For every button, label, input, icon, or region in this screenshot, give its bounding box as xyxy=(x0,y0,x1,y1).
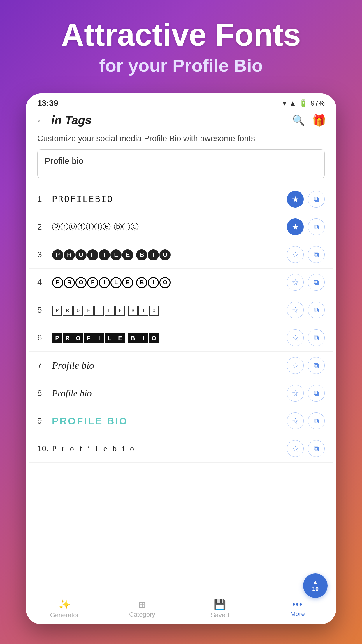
app-bar: ← in Tags 🔍 🎁 xyxy=(26,111,336,130)
copy-button[interactable]: ⧉ xyxy=(308,357,325,374)
nav-label-saved: Saved xyxy=(211,611,229,619)
font-item: 5. PROFILE BIO ☆ ⧉ xyxy=(29,296,333,324)
font-number: 1. xyxy=(37,195,52,204)
star-button[interactable]: ★ xyxy=(287,191,304,208)
signal-icon: ▲ xyxy=(289,99,296,107)
font-item: 6. PROFILE BIO ☆ ⧉ xyxy=(29,324,333,352)
font-number: 6. xyxy=(37,333,52,342)
star-button[interactable]: ☆ xyxy=(287,274,304,291)
nav-item-saved[interactable]: 💾 Saved xyxy=(181,598,259,619)
scroll-top-label: 10 xyxy=(312,586,319,592)
hero-title-line2: for your Profile Bio xyxy=(0,55,362,76)
font-actions: ★ ⧉ xyxy=(287,218,325,235)
copy-button[interactable]: ⧉ xyxy=(308,274,325,291)
font-actions: ☆ ⧉ xyxy=(287,274,325,291)
font-preview: PROFILE BIO xyxy=(52,276,287,288)
category-icon: ⊞ xyxy=(138,599,146,610)
font-preview: PROFILE BIO xyxy=(52,249,287,260)
star-button[interactable]: ☆ xyxy=(287,302,304,318)
font-number: 3. xyxy=(37,250,52,259)
font-preview: PROFILE BIO xyxy=(52,304,287,316)
font-number: 10. xyxy=(37,444,52,453)
font-actions: ☆ ⧉ xyxy=(287,357,325,374)
font-actions: ★ ⧉ xyxy=(287,191,325,208)
status-time: 13:39 xyxy=(37,99,58,108)
font-preview: PROFILE BIO xyxy=(52,415,287,427)
copy-button[interactable]: ⧉ xyxy=(308,302,325,318)
font-item: 8. Profile bio ☆ ⧉ xyxy=(29,379,333,407)
font-number: 9. xyxy=(37,416,52,426)
font-number: 2. xyxy=(37,222,52,232)
search-button[interactable]: 🔍 xyxy=(292,114,305,127)
bio-input[interactable]: Profile bio xyxy=(37,149,325,178)
star-button[interactable]: ★ xyxy=(287,218,304,235)
font-list: 1. 𝙿𝚁𝙾𝙵𝙸𝙻𝙴𝙱𝙸𝙾 ★ ⧉ 2. ⓟⓡⓞⓕⓘⓛⓔ ⓑⓘⓞ ★ ⧉ 3. … xyxy=(26,186,336,594)
copy-button[interactable]: ⧉ xyxy=(308,218,325,235)
font-preview: Profile bio xyxy=(52,388,287,399)
copy-button[interactable]: ⧉ xyxy=(308,412,325,429)
nav-item-category[interactable]: ⊞ Category xyxy=(103,599,181,618)
copy-button[interactable]: ⧉ xyxy=(308,385,325,402)
app-bar-left: ← in Tags xyxy=(36,114,92,127)
copy-button[interactable]: ⧉ xyxy=(308,191,325,208)
status-icons: ▾ ▲ 🔋 97% xyxy=(283,99,325,107)
font-item: 7. Profile bio ☆ ⧉ xyxy=(29,352,333,379)
font-actions: ☆ ⧉ xyxy=(287,329,325,346)
font-actions: ☆ ⧉ xyxy=(287,440,325,457)
back-button[interactable]: ← xyxy=(36,116,46,125)
font-actions: ☆ ⧉ xyxy=(287,385,325,402)
font-number: 5. xyxy=(37,305,52,315)
font-item: 10. P r o f i l e b i o ☆ ⧉ xyxy=(29,435,333,463)
font-number: 8. xyxy=(37,388,52,398)
font-preview: PROFILE BIO xyxy=(52,332,287,343)
phone-mockup: 13:39 ▾ ▲ 🔋 97% ← in Tags 🔍 🎁 Customize … xyxy=(26,93,336,624)
font-actions: ☆ ⧉ xyxy=(287,412,325,429)
nav-label-generator: Generator xyxy=(50,611,79,619)
star-button[interactable]: ☆ xyxy=(287,385,304,402)
star-button[interactable]: ☆ xyxy=(287,440,304,457)
hero-title-line1: Attractive Fonts xyxy=(0,18,362,52)
app-bar-actions: 🔍 🎁 xyxy=(292,114,326,127)
font-actions: ☆ ⧉ xyxy=(287,246,325,263)
font-item: 2. ⓟⓡⓞⓕⓘⓛⓔ ⓑⓘⓞ ★ ⧉ xyxy=(29,213,333,241)
font-preview: Profile bio xyxy=(52,360,287,371)
subtitle: Customize your social media Profile Bio … xyxy=(26,130,336,149)
battery-text: 97% xyxy=(311,99,325,107)
font-item: 1. 𝙿𝚁𝙾𝙵𝙸𝙻𝙴𝙱𝙸𝙾 ★ ⧉ xyxy=(29,186,333,213)
star-button[interactable]: ☆ xyxy=(287,357,304,374)
gift-button[interactable]: 🎁 xyxy=(312,114,326,127)
copy-button[interactable]: ⧉ xyxy=(308,329,325,346)
generator-icon: ✨ xyxy=(58,598,71,610)
font-item: 3. PROFILE BIO ☆ ⧉ xyxy=(29,241,333,269)
font-preview: P r o f i l e b i o xyxy=(52,444,287,453)
font-preview: ⓟⓡⓞⓕⓘⓛⓔ ⓑⓘⓞ xyxy=(52,221,287,232)
more-icon: ••• xyxy=(292,600,303,609)
status-bar: 13:39 ▾ ▲ 🔋 97% xyxy=(26,93,336,111)
star-button[interactable]: ☆ xyxy=(287,246,304,263)
star-button[interactable]: ☆ xyxy=(287,329,304,346)
bio-input-value: Profile bio xyxy=(45,156,83,166)
scroll-top-icon: ▲ xyxy=(312,579,318,586)
nav-item-more[interactable]: ••• More xyxy=(259,600,337,618)
nav-label-category: Category xyxy=(129,611,155,618)
star-button[interactable]: ☆ xyxy=(287,412,304,429)
bottom-nav: ✨ Generator ⊞ Category 💾 Saved ••• More xyxy=(26,594,336,624)
hero-section: Attractive Fonts for your Profile Bio xyxy=(0,0,362,82)
nav-item-generator[interactable]: ✨ Generator xyxy=(26,598,103,619)
nav-label-more: More xyxy=(290,610,305,618)
font-item: 4. PROFILE BIO ☆ ⧉ xyxy=(29,269,333,296)
font-item: 9. PROFILE BIO ☆ ⧉ xyxy=(29,407,333,435)
wifi-icon: ▾ xyxy=(283,99,286,107)
scroll-top-button[interactable]: ▲ 10 xyxy=(303,573,328,598)
battery-icon: 🔋 xyxy=(299,99,308,107)
app-bar-title: in Tags xyxy=(51,114,92,127)
font-preview: 𝙿𝚁𝙾𝙵𝙸𝙻𝙴𝙱𝙸𝙾 xyxy=(52,194,287,205)
font-actions: ☆ ⧉ xyxy=(287,302,325,318)
copy-button[interactable]: ⧉ xyxy=(308,246,325,263)
font-number: 4. xyxy=(37,278,52,287)
saved-icon: 💾 xyxy=(214,598,226,610)
font-number: 7. xyxy=(37,361,52,370)
copy-button[interactable]: ⧉ xyxy=(308,440,325,457)
